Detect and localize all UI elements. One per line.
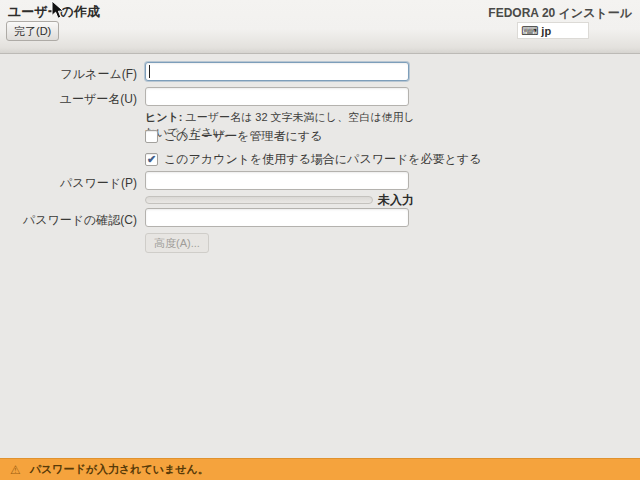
password-required-checkbox[interactable]: ✔ [145, 153, 158, 166]
mouse-cursor-icon [51, 0, 65, 20]
password-label: パスワード(P) [0, 175, 137, 192]
username-label: ユーザー名(U) [0, 91, 137, 108]
password-strength-status: 未入力 [378, 192, 414, 209]
warning-message: パスワードが入力されていません。 [30, 462, 209, 477]
warning-bar: ⚠ パスワードが入力されていません。 [0, 458, 640, 480]
confirm-password-label: パスワードの確認(C) [0, 212, 137, 229]
product-title: FEDORA 20 インストール [488, 5, 632, 22]
warning-icon: ⚠ [10, 464, 21, 476]
confirm-password-input[interactable] [145, 208, 409, 227]
check-icon: ✔ [147, 154, 156, 165]
password-strength-bar [145, 196, 373, 204]
password-required-checkbox-label: このアカウントを使用する場合にパスワードを必要とする [164, 151, 481, 168]
done-button[interactable]: 完了(D) [6, 21, 59, 41]
password-input[interactable] [145, 171, 409, 190]
hint-prefix: ヒント: [145, 111, 182, 123]
advanced-button[interactable]: 高度(A)... [145, 233, 209, 253]
text-caret [149, 65, 150, 78]
fullname-label: フルネーム(F) [0, 66, 137, 83]
keyboard-layout-label: jp [541, 25, 551, 37]
keyboard-icon: ⌨ [521, 25, 538, 37]
admin-checkbox-row[interactable]: このユーザーを管理者にする [145, 128, 322, 145]
keyboard-layout-indicator[interactable]: ⌨ jp [517, 22, 589, 39]
installer-window: ユーザーの作成 完了(D) FEDORA 20 インストール ⌨ jp フルネー… [0, 0, 640, 480]
admin-checkbox[interactable] [145, 130, 158, 143]
username-input[interactable] [145, 87, 409, 106]
header-bar: ユーザーの作成 完了(D) FEDORA 20 インストール ⌨ jp [0, 0, 640, 54]
password-required-checkbox-row[interactable]: ✔ このアカウントを使用する場合にパスワードを必要とする [145, 151, 481, 168]
admin-checkbox-label: このユーザーを管理者にする [164, 128, 322, 145]
fullname-input[interactable] [145, 62, 409, 81]
